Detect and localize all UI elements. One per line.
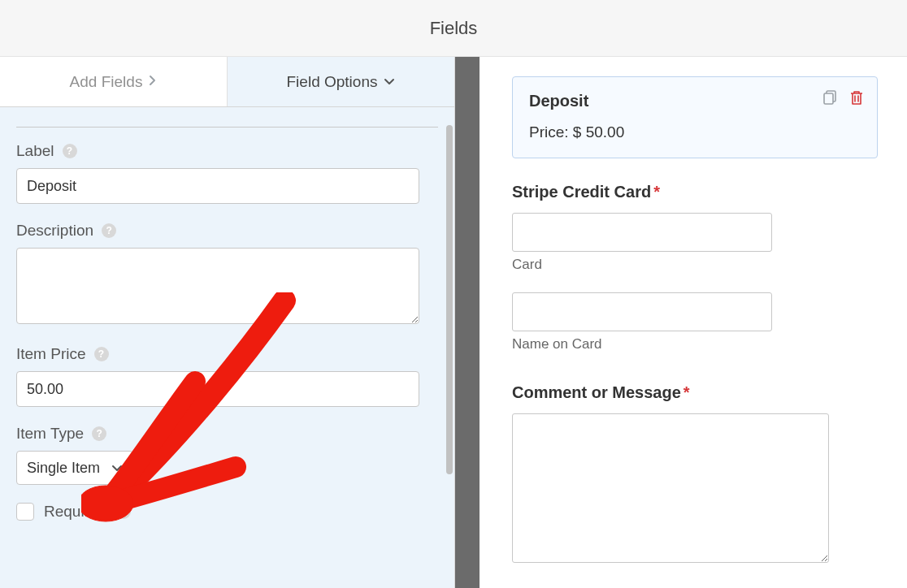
chevron-right-icon [149,75,157,89]
required-row: Required ? [16,503,438,521]
item-price-title: Item Price [16,345,86,363]
card-actions [822,89,866,106]
card-input[interactable] [512,213,772,252]
item-price-row: Item Price ? [16,345,438,407]
page-title: Fields [430,18,478,39]
chevron-down-icon [111,460,123,477]
required-asterisk: * [653,183,660,201]
divider-line [16,127,438,128]
preview-panel: Deposit Price: $ 50.00 Stripe Credit Car… [480,57,907,588]
help-icon[interactable]: ? [63,144,77,158]
tab-field-options-label: Field Options [287,73,378,91]
card-label: Card [512,257,878,273]
help-icon[interactable]: ? [102,223,116,238]
name-on-card-input[interactable] [512,292,772,331]
description-input[interactable] [16,248,419,324]
scrollbar[interactable] [443,114,454,569]
required-asterisk: * [684,383,690,401]
description-title: Description [16,222,93,240]
stripe-title-text: Stripe Credit Card [512,183,651,201]
page-header: Fields [0,0,907,57]
chevron-down-icon [384,76,395,89]
name-on-card-label: Name on Card [512,336,878,352]
panel-divider[interactable] [455,57,480,588]
tabs: Add Fields Field Options [0,57,454,107]
deposit-card[interactable]: Deposit Price: $ 50.00 [512,76,878,158]
comment-title-text: Comment or Message [512,383,681,401]
comment-textarea[interactable] [512,413,829,563]
tab-add-fields-label: Add Fields [70,73,143,91]
label-input[interactable] [16,168,419,204]
description-title-row: Description ? [16,222,438,240]
deposit-title: Deposit [529,92,861,110]
label-title: Label [16,142,54,160]
stripe-section-title: Stripe Credit Card* [512,183,878,201]
description-row: Description ? [16,222,438,327]
item-type-value: Single Item [27,460,100,477]
deposit-price: Price: $ 50.00 [529,123,861,141]
main-area: Add Fields Field Options Label ? [0,57,907,588]
comment-section-title: Comment or Message* [512,383,878,402]
required-label: Required [44,503,106,521]
item-price-input[interactable] [16,371,419,407]
duplicate-icon[interactable] [822,89,840,106]
label-row: Label ? [16,142,438,204]
field-options-body: Label ? Description ? Item Price ? [0,107,454,538]
item-type-select[interactable]: Single Item [16,451,133,485]
spacer [512,372,878,383]
trash-icon[interactable] [848,89,866,106]
left-panel: Add Fields Field Options Label ? [0,57,455,588]
item-type-row: Item Type ? Single Item [16,425,438,485]
label-title-row: Label ? [16,142,438,160]
required-checkbox[interactable] [16,503,34,521]
item-type-title-row: Item Type ? [16,425,438,443]
svg-rect-2 [824,93,833,104]
tab-add-fields[interactable]: Add Fields [0,57,228,106]
item-price-title-row: Item Price ? [16,345,438,363]
help-icon[interactable]: ? [92,426,106,441]
annotation-arrow-icon [81,292,325,536]
tab-field-options[interactable]: Field Options [228,57,454,106]
help-icon[interactable]: ? [94,347,109,361]
help-icon[interactable]: ? [116,504,131,519]
scrollbar-thumb[interactable] [446,125,453,474]
item-type-title: Item Type [16,425,84,443]
